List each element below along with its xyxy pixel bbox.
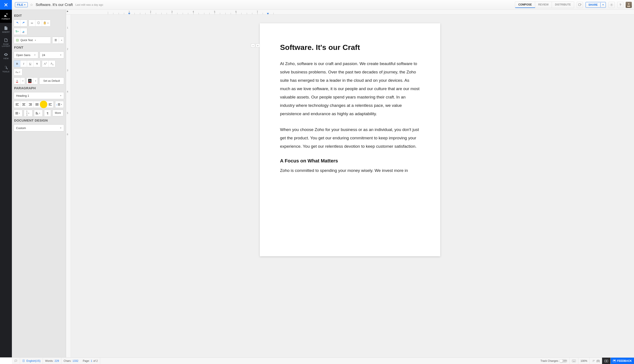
redo-button[interactable]: [21, 20, 27, 26]
help-button[interactable]: ?: [617, 2, 623, 8]
rail-page-layout[interactable]: PAGE LAYOUT: [0, 36, 12, 49]
share-button[interactable]: SHARE ▼: [586, 2, 606, 8]
word-count[interactable]: Words: 229: [43, 358, 61, 364]
char-count[interactable]: Chars: 1332: [61, 358, 81, 364]
chevron-down-icon: ▼: [28, 112, 30, 114]
bold-button[interactable]: B: [14, 60, 21, 67]
format-painter-button[interactable]: T⬈: [14, 28, 21, 35]
cut-button[interactable]: ✂: [29, 20, 36, 26]
doc-paragraph[interactable]: At Zoho, software is our craft and passi…: [280, 60, 420, 118]
font-color-button[interactable]: A: [14, 78, 21, 84]
clear-formatting-button[interactable]: [21, 28, 27, 35]
doc-heading-2[interactable]: A Focus on What Matters: [280, 158, 420, 164]
zoom-indicator[interactable]: 100%: [578, 358, 590, 364]
decrease-indent-button[interactable]: [47, 101, 54, 108]
document-title[interactable]: Software. It's our Craft: [36, 3, 73, 7]
outline-icon[interactable]: ≡: [256, 44, 260, 48]
font-family-select[interactable]: Open Sans ▼: [14, 52, 38, 58]
paragraph-marks-button[interactable]: ¶: [44, 110, 51, 116]
rail-insert[interactable]: INSERT: [0, 23, 12, 36]
font-section-title: FONT: [14, 46, 64, 49]
rail-format[interactable]: FORMAT: [0, 10, 12, 23]
language-button[interactable]: English(US): [20, 358, 43, 364]
chevron-down-icon: ▼: [61, 104, 62, 106]
strikethrough-button[interactable]: S: [34, 60, 40, 67]
paragraph-section-title: PARAGRAPH: [14, 86, 64, 90]
chevron-down-icon: ▼: [60, 127, 62, 129]
svg-point-2: [628, 3, 629, 4]
reading-view-button[interactable]: [602, 358, 611, 364]
tab-review[interactable]: REVIEW: [535, 2, 552, 8]
chars-value: 1332: [72, 360, 78, 362]
horizontal-ruler[interactable]: 1234567: [66, 10, 634, 14]
rail-tools[interactable]: TOOLS: [0, 62, 12, 76]
feedback-button[interactable]: FEEDBACK: [611, 358, 634, 364]
multilevel-list-button[interactable]: ▼: [34, 110, 43, 116]
chevron-down-icon: ▼: [35, 80, 37, 82]
rail-view[interactable]: VIEW: [0, 49, 12, 62]
underline-button[interactable]: U: [27, 60, 34, 67]
paste-button[interactable]: ▼: [42, 20, 50, 26]
doc-heading-1[interactable]: Software. It's our Craft: [280, 43, 420, 52]
settings-button[interactable]: [608, 2, 615, 8]
ruler-toggle[interactable]: ▶: [67, 10, 70, 13]
user-avatar[interactable]: [626, 2, 632, 8]
document-page[interactable]: ＋ ≡ Software. It's our Craft At Zoho, so…: [260, 23, 440, 256]
font-color-dropdown[interactable]: ▼: [21, 78, 25, 84]
bullet-list-button[interactable]: ▼: [14, 110, 22, 116]
zoom-value: 100%: [580, 360, 587, 362]
quick-text-button[interactable]: Quick Text ▼: [14, 37, 51, 44]
undo-button[interactable]: [14, 20, 21, 26]
copy-button[interactable]: [36, 20, 42, 26]
increase-indent-button[interactable]: [40, 101, 47, 108]
find-button[interactable]: [52, 37, 59, 44]
page-side-controls: ＋ ≡: [251, 44, 260, 48]
chevron-down-icon: ▼: [39, 112, 41, 114]
svg-rect-8: [16, 39, 19, 42]
set-default-button[interactable]: Set as Default: [39, 77, 64, 84]
align-justify-button[interactable]: [34, 101, 40, 108]
comments-button[interactable]: [12, 358, 20, 364]
chars-label: Chars:: [64, 360, 71, 362]
doc-design-section-title: DOCUMENT DESIGN: [14, 118, 64, 122]
more-button[interactable]: More: [52, 110, 63, 116]
file-menu-button[interactable]: FILE ▼: [15, 2, 28, 7]
highlight-color-dropdown[interactable]: ▼: [33, 78, 38, 84]
font-size-value: 24: [42, 54, 45, 57]
doc-design-select[interactable]: Custom ▼: [14, 124, 64, 132]
app-logo[interactable]: [0, 0, 12, 10]
svg-rect-7: [23, 32, 25, 33]
line-spacing-button[interactable]: ↕▼: [55, 101, 64, 108]
page-current: 1: [91, 360, 92, 362]
doc-paragraph[interactable]: When you choose Zoho for your business o…: [280, 126, 420, 150]
align-left-button[interactable]: [14, 101, 21, 108]
paragraph-style-select[interactable]: Heading 1 ▼: [14, 92, 64, 99]
tab-distribute[interactable]: DISTRIBUTE: [552, 2, 574, 8]
doc-paragraph[interactable]: Zoho is committed to spending your money…: [280, 166, 420, 175]
font-family-value: Open Sans: [16, 54, 30, 57]
superscript-button[interactable]: A2: [42, 60, 49, 67]
text-case-button[interactable]: Aa▼: [14, 69, 22, 76]
page-indicator[interactable]: Page: 1 of 2: [81, 358, 100, 364]
toggle-state: OFF: [563, 360, 567, 362]
toggle-switch[interactable]: OFF: [559, 359, 567, 363]
italic-button[interactable]: I: [21, 60, 27, 67]
align-right-button[interactable]: [27, 101, 34, 108]
font-size-select[interactable]: 24 ▼: [40, 52, 64, 58]
subscript-button[interactable]: A2: [49, 60, 55, 67]
keyboard-button[interactable]: [570, 358, 578, 364]
track-changes-toggle[interactable]: Track Changes OFF: [538, 358, 570, 364]
find-dropdown[interactable]: ▼: [59, 37, 64, 44]
add-comment-icon[interactable]: ＋: [251, 44, 255, 48]
vertical-ruler[interactable]: 123456: [66, 14, 71, 358]
share-dropdown-icon[interactable]: ▼: [600, 3, 606, 7]
align-center-button[interactable]: [21, 101, 27, 108]
chevron-down-icon: ▼: [19, 112, 20, 114]
document-area[interactable]: ▶ 1234567 123456 ＋ ≡ Software. It's our …: [66, 10, 634, 358]
numbered-list-button[interactable]: 123▼: [24, 110, 32, 116]
collaborators-button[interactable]: (0): [590, 358, 602, 364]
highlight-color-button[interactable]: A: [27, 78, 33, 84]
broadcast-button[interactable]: [577, 2, 583, 8]
star-icon[interactable]: ☆: [30, 3, 33, 7]
tab-compose[interactable]: COMPOSE: [515, 2, 535, 8]
